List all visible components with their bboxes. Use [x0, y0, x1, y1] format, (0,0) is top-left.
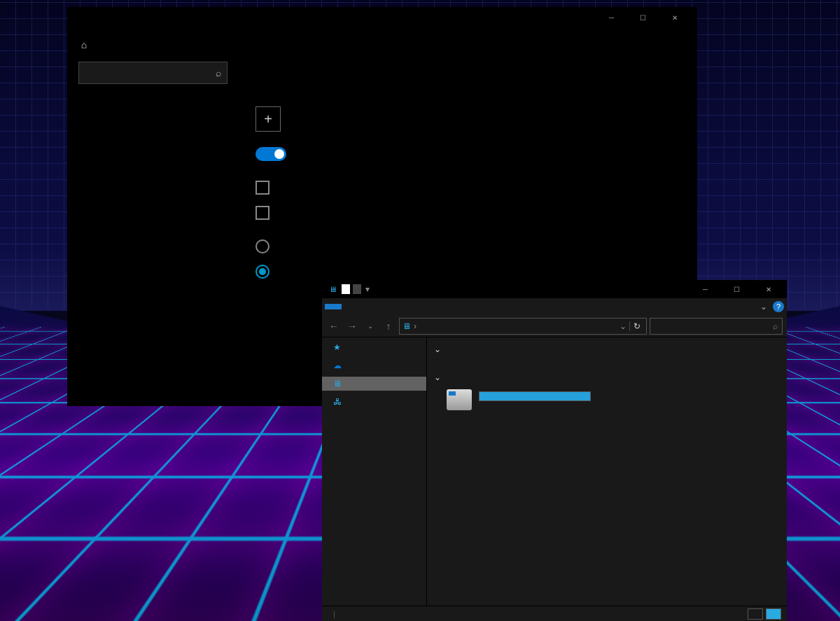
- explorer-search[interactable]: ⌕: [650, 318, 783, 335]
- home-nav[interactable]: ⌂: [67, 34, 239, 56]
- tree-this-pc[interactable]: 🖥: [322, 377, 426, 391]
- radio-light[interactable]: [255, 239, 270, 253]
- ribbon-expand-icon[interactable]: ⌄: [760, 302, 767, 312]
- qat-divider: ▾: [365, 284, 370, 294]
- explorer-maximize-button[interactable]: ☐: [721, 280, 752, 298]
- close-button[interactable]: ✕: [659, 7, 690, 28]
- drive-usage-bar: [479, 391, 591, 401]
- ribbon-tabs: ⌄ ?: [322, 298, 787, 315]
- tab-view[interactable]: [361, 304, 378, 309]
- pc-icon: 🖥: [326, 283, 339, 295]
- explorer-close-button[interactable]: ✕: [752, 280, 784, 298]
- view-tiles-button[interactable]: [766, 608, 781, 620]
- maximize-button[interactable]: ☐: [627, 7, 659, 28]
- tree-quick-access[interactable]: ★: [322, 340, 426, 354]
- tab-computer[interactable]: [343, 304, 360, 309]
- home-icon: ⌂: [78, 39, 90, 50]
- checkbox-start-taskbar[interactable]: [255, 181, 270, 195]
- tab-file[interactable]: [325, 304, 342, 309]
- checkbox-titlebars[interactable]: [255, 206, 270, 220]
- nav-up[interactable]: ↑: [381, 319, 396, 334]
- explorer-statusbar: |: [322, 606, 787, 621]
- folders-group-header[interactable]: ⌄: [434, 342, 780, 357]
- explorer-main: ⌄ ⌄: [427, 337, 787, 606]
- drive-item[interactable]: [434, 385, 780, 414]
- cloud-icon: ☁: [333, 361, 342, 370]
- refresh-button[interactable]: ↻: [629, 321, 643, 331]
- explorer-search-input[interactable]: [654, 321, 769, 331]
- transparency-toggle[interactable]: [255, 147, 286, 161]
- breadcrumb-chevron-icon[interactable]: ›: [414, 321, 416, 331]
- settings-sidebar: ⌂ ⌕: [67, 28, 239, 406]
- qat-new-folder-icon[interactable]: [353, 284, 361, 294]
- explorer-titlebar[interactable]: 🖥 ▾ ─ ☐ ✕: [322, 280, 787, 298]
- settings-search[interactable]: ⌕: [78, 62, 227, 84]
- nav-forward[interactable]: →: [344, 319, 360, 334]
- explorer-navbar: ← → ⌄ ↑ 🖥 › ⌄ ↻ ⌕: [322, 315, 787, 337]
- radio-dark[interactable]: [255, 265, 270, 279]
- qat-properties-icon[interactable]: [342, 284, 350, 294]
- explorer-tree: ★ ☁ 🖥 🖧: [322, 337, 427, 606]
- settings-titlebar[interactable]: ─ ☐ ✕: [67, 7, 697, 28]
- settings-search-input[interactable]: [85, 68, 216, 78]
- nav-back[interactable]: ←: [326, 319, 342, 334]
- nav-recent[interactable]: ⌄: [363, 319, 378, 334]
- pc-icon: 🖥: [333, 379, 342, 389]
- section-label: [67, 92, 239, 105]
- minimize-button[interactable]: ─: [596, 7, 627, 28]
- address-dropdown-icon[interactable]: ⌄: [620, 321, 626, 331]
- view-details-button[interactable]: [748, 608, 763, 620]
- star-icon: ★: [333, 342, 341, 352]
- drive-icon: [447, 389, 472, 410]
- address-pc-icon: 🖥: [402, 321, 411, 331]
- network-icon: 🖧: [333, 397, 342, 407]
- custom-color-button[interactable]: +: [255, 106, 281, 132]
- search-icon: ⌕: [216, 67, 221, 78]
- explorer-window: 🖥 ▾ ─ ☐ ✕ ⌄ ? ← → ⌄ ↑ 🖥 › ⌄ ↻ ⌕: [322, 280, 787, 621]
- chevron-down-icon: ⌄: [434, 372, 441, 382]
- tree-network[interactable]: 🖧: [322, 395, 426, 409]
- help-icon[interactable]: ?: [773, 301, 784, 312]
- color-swatches: [255, 53, 680, 97]
- chevron-down-icon: ⌄: [434, 344, 441, 354]
- address-bar[interactable]: 🖥 › ⌄ ↻: [399, 318, 647, 335]
- explorer-minimize-button[interactable]: ─: [690, 280, 721, 298]
- explorer-search-icon: ⌕: [773, 321, 778, 331]
- drives-group-header[interactable]: ⌄: [434, 370, 780, 385]
- tree-onedrive[interactable]: ☁: [322, 358, 426, 372]
